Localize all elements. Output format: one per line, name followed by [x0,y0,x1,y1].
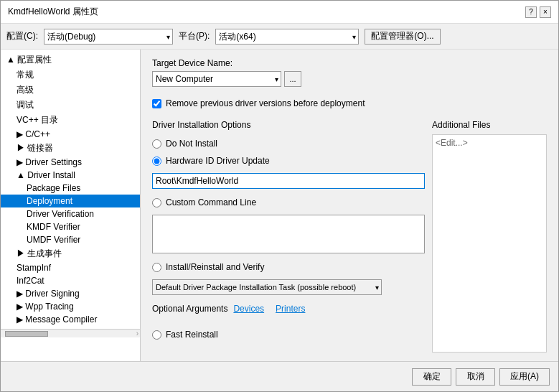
sidebar-item-vc-dirs[interactable]: VC++ 目录 [1,113,140,128]
sidebar-item-driver-install[interactable]: ▲ Driver Install [1,169,140,182]
config-manager-button[interactable]: 配置管理器(O)... [365,29,440,45]
main-split: Driver Installation Options Do Not Insta… [152,120,547,353]
install-task-select[interactable]: Default Driver Package Installation Task… [152,279,382,295]
hardware-id-label: Hardware ID Driver Update [166,156,270,166]
bottom-bar: 确定 取消 应用(A) [1,361,558,391]
do-not-install-row: Do Not Install [152,139,426,149]
install-task-row: Default Driver Package Installation Task… [152,279,426,295]
sidebar-item-general[interactable]: 常规 [1,67,140,83]
optional-args-label: Optional Arguments [152,304,227,314]
hardware-id-row: Hardware ID Driver Update [152,156,426,166]
custom-cmd-label: Custom Command Line [166,197,256,207]
do-not-install-radio[interactable] [152,139,161,149]
config-label: 配置(C): [6,30,38,42]
sidebar-item-linker[interactable]: ▶ 链接器 [1,141,140,156]
sidebar-h-scroll-thumb[interactable] [5,331,48,337]
sidebar-item-generate-events[interactable]: ▶ 生成事件 [1,246,140,261]
remove-prev-checkbox[interactable] [152,99,161,108]
platform-select[interactable]: 活动(x64) [215,29,359,45]
close-button[interactable]: × [540,6,551,18]
install-verify-radio[interactable] [152,263,161,272]
window-title: KmdfHelloWorld 属性页 [8,6,98,18]
sidebar-item-kmdf-verifier[interactable]: KMDF Verifier [1,220,140,233]
title-bar-controls: ? × [525,6,551,18]
sidebar-item-driver-settings[interactable]: ▶ Driver Settings [1,156,140,169]
sidebar-item-debug[interactable]: 调试 [1,98,140,113]
do-not-install-label: Do Not Install [166,139,217,149]
ellipsis-button[interactable]: ... [284,71,301,87]
sidebar: ▲ 配置属性常规高级调试VC++ 目录▶ C/C++▶ 链接器▶ Driver … [1,50,141,329]
remove-prev-row: Remove previous driver versions before d… [152,98,547,108]
install-verify-row: Install/Reinstall and Verify [152,262,426,272]
sidebar-item-message-compiler[interactable]: ▶ Message Compiler [1,313,140,326]
driver-install-options-label: Driver Installation Options [152,120,426,130]
additional-files-edit: <Edit...> [436,138,468,148]
fast-reinstall-row: Fast Reinstall [152,330,426,340]
printers-link[interactable]: Printers [276,304,305,314]
right-panel: Target Device Name: New Computer ... Rem… [141,50,558,361]
additional-files-box[interactable]: <Edit...> [432,134,547,353]
sidebar-item-deployment[interactable]: Deployment [1,195,140,207]
sidebar-item-config-props[interactable]: ▲ 配置属性 [1,52,140,67]
install-verify-label: Install/Reinstall and Verify [166,262,264,272]
dialog: KmdfHelloWorld 属性页 ? × 配置(C): 活动(Debug) … [0,0,559,392]
toolbar: 配置(C): 活动(Debug) 平台(P): 活动(x64) 配置管理器(O)… [1,24,558,50]
hardware-id-radio[interactable] [152,157,161,166]
remove-prev-label: Remove previous driver versions before d… [166,98,365,108]
device-select-wrapper: New Computer [152,71,281,87]
additional-files-label: Additional Files [432,120,547,130]
ok-button[interactable]: 确定 [412,368,451,386]
sidebar-item-wpp-tracing[interactable]: ▶ Wpp Tracing [1,300,140,313]
fast-reinstall-radio[interactable] [152,330,161,340]
title-bar: KmdfHelloWorld 属性页 ? × [1,1,558,24]
cancel-button[interactable]: 取消 [456,368,495,386]
install-task-select-wrapper: Default Driver Package Installation Task… [152,279,382,295]
fast-reinstall-label: Fast Reinstall [166,330,218,340]
sidebar-item-driver-verification[interactable]: Driver Verification [1,207,140,220]
platform-select-wrapper: 活动(x64) [215,29,359,45]
custom-cmd-row: Custom Command Line [152,197,426,207]
platform-label: 平台(P): [179,30,210,42]
sidebar-item-advanced[interactable]: 高级 [1,83,140,98]
main-content: ▲ 配置属性常规高级调试VC++ 目录▶ C/C++▶ 链接器▶ Driver … [1,50,558,361]
sidebar-item-cpp[interactable]: ▶ C/C++ [1,128,140,141]
custom-cmd-textarea[interactable] [152,215,425,253]
target-device-label: Target Device Name: [152,58,547,68]
sidebar-scrollbar-bottom: › [1,329,140,337]
device-select[interactable]: New Computer [152,71,281,87]
sidebar-item-stampinf[interactable]: StampInf [1,261,140,274]
help-button[interactable]: ? [525,6,537,18]
devices-link[interactable]: Devices [233,304,264,314]
sidebar-item-driver-signing[interactable]: ▶ Driver Signing [1,287,140,300]
custom-cmd-radio[interactable] [152,198,161,207]
additional-files-section: Additional Files <Edit...> [432,120,547,353]
device-name-row: New Computer ... [152,71,547,87]
config-select-wrapper: 活动(Debug) [44,29,173,45]
optional-args-row: Optional Arguments DevicesPrinters [152,304,426,314]
left-options: Driver Installation Options Do Not Insta… [152,120,426,353]
config-select[interactable]: 活动(Debug) [44,29,173,45]
apply-button[interactable]: 应用(A) [499,368,550,386]
hardware-id-input[interactable]: Root\KmdfHelloWorld [152,173,425,189]
sidebar-item-inf2cat[interactable]: Inf2Cat [1,274,140,287]
sidebar-item-umdf-verifier[interactable]: UMDF Verifier [1,233,140,246]
sidebar-item-package-files[interactable]: Package Files [1,182,140,195]
target-device-section: Target Device Name: New Computer ... [152,58,547,93]
